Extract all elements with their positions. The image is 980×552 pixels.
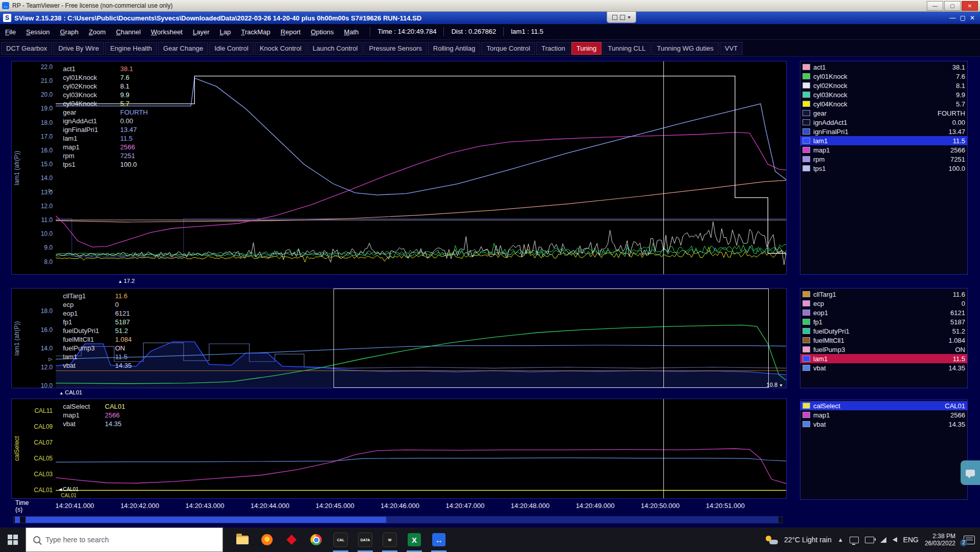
clock[interactable]: 2:38 PM 26/03/2022 <box>925 533 955 547</box>
top-plot[interactable]: act138.1cyl01Knock7.6cyl02Knock8.1cyl03K… <box>56 61 786 274</box>
tab-knock-control[interactable]: Knock Control <box>255 42 307 55</box>
menu-item-channel[interactable]: Channel <box>111 26 146 38</box>
scrollbar-thumb[interactable] <box>26 517 387 523</box>
channel-row-act1[interactable]: act138.1 <box>800 62 967 72</box>
channel-row-rpm[interactable]: rpm7251 <box>800 154 967 164</box>
menu-item-math[interactable]: Math <box>339 26 364 38</box>
channel-row-cyl01Knock[interactable]: cyl01Knock7.6 <box>800 72 967 81</box>
tab-idle-control[interactable]: Idle Control <box>209 42 253 55</box>
legend-channel-name: fuelMltCll1 <box>63 335 115 344</box>
teamviewer-chat-button[interactable] <box>961 460 980 485</box>
channel-row-calSelect[interactable]: calSelectCAL01 <box>800 401 967 410</box>
tab-engine-health[interactable]: Engine Health <box>105 42 157 55</box>
window-restore-icon[interactable]: ▢ <box>960 14 966 21</box>
bottom-plot[interactable]: calSelectCAL01map12566vbat14.35 ◄CAL01 C… <box>56 399 786 498</box>
channel-row-ecp[interactable]: ecp0 <box>800 299 967 308</box>
channel-row-tps1[interactable]: tps1100.0 <box>800 164 967 173</box>
taskbar-app-orange[interactable] <box>255 527 279 552</box>
legend-row-cyl03Knock: cyl03Knock9.9 <box>63 91 148 99</box>
channel-row-gear[interactable]: gearFOURTH <box>800 108 967 118</box>
tab-tunning-cll[interactable]: Tunning CLL <box>603 42 651 55</box>
taskbar-app-wols[interactable]: W <box>377 527 402 552</box>
channel-row-cyl03Knock[interactable]: cyl03Knock9.9 <box>800 90 967 99</box>
monitor-icon[interactable] <box>850 537 859 543</box>
tab-rolling-antilag[interactable]: Rolling Antilag <box>428 42 480 55</box>
menu-item-graph[interactable]: Graph <box>55 26 83 38</box>
menu-item-layer[interactable]: Layer <box>188 26 215 38</box>
window-minimize-icon[interactable]: — <box>950 14 956 21</box>
menu-item-trackmap[interactable]: TrackMap <box>236 26 275 38</box>
menu-item-session[interactable]: Session <box>21 26 55 38</box>
zoom-selection-box[interactable] <box>333 289 769 388</box>
tab-launch-control[interactable]: Launch Control <box>307 42 363 55</box>
taskbar: Type here to search CALDATAWX↔ 22°C Ligh… <box>0 527 980 552</box>
language-indicator[interactable]: ENG <box>903 536 919 544</box>
tab-tuning[interactable]: Tuning <box>571 42 602 55</box>
channel-row-map1[interactable]: map12566 <box>800 145 967 154</box>
channel-row-fuelDutyPri1[interactable]: fuelDutyPri151.2 <box>800 326 967 336</box>
channel-row-ignAddAct1[interactable]: ignAddAct10.00 <box>800 118 967 127</box>
channel-row-cllTarg1[interactable]: cllTarg111.6 <box>800 290 967 299</box>
channel-row-fp1[interactable]: fp15187 <box>800 317 967 326</box>
tab-dct-gearbox[interactable]: DCT Gearbox <box>1 42 52 55</box>
tab-vvt[interactable]: VVT <box>720 42 743 55</box>
top-chart-panel[interactable]: lam1 (afr(P)) 22.021.020.019.018.017.016… <box>11 61 787 275</box>
channel-color-swatch <box>803 412 810 418</box>
battery-icon[interactable] <box>865 537 874 543</box>
menu-item-worksheet[interactable]: Worksheet <box>146 26 188 38</box>
window-close-icon[interactable]: ✕ <box>970 14 975 21</box>
legend-channel-value: 6121 <box>115 310 130 317</box>
channel-row-fuelPump3[interactable]: fuelPump3ON <box>800 345 967 354</box>
menu-item-zoom[interactable]: Zoom <box>83 26 110 38</box>
series-tps1 <box>56 76 786 254</box>
close-button[interactable]: ✕ <box>962 1 978 11</box>
tray-expand-icon[interactable]: ▲ <box>838 537 843 543</box>
tab-tunning-wg-duties[interactable]: Tunning WG duties <box>652 42 719 55</box>
maximize-button[interactable]: ▢ <box>944 1 961 11</box>
minimize-button[interactable]: — <box>927 1 943 11</box>
middle-plot[interactable]: cllTarg111.6ecp0eop16121fp15187fuelDutyP… <box>56 289 786 388</box>
tab-torque-control[interactable]: Torque Control <box>481 42 535 55</box>
tab-pressure-sensors[interactable]: Pressure Sensors <box>364 42 427 55</box>
menu-item-lap[interactable]: Lap <box>215 26 236 38</box>
channel-row-eop1[interactable]: eop16121 <box>800 308 967 317</box>
start-button[interactable] <box>0 527 26 552</box>
channel-row-vbat[interactable]: vbat14.35 <box>800 419 967 429</box>
network-icon[interactable] <box>880 537 886 543</box>
channel-row-cyl04Knock[interactable]: cyl04Knock5.7 <box>800 99 967 108</box>
notification-icon[interactable]: 2 <box>964 536 975 544</box>
triangle-up-icon: ▲ <box>59 391 63 395</box>
taskbar-app-cal[interactable]: CAL <box>328 527 353 552</box>
time-cursor[interactable] <box>663 289 664 388</box>
horizontal-scrollbar[interactable] <box>13 516 783 523</box>
menu-item-file[interactable]: File <box>0 26 21 38</box>
taskbar-app-data[interactable]: DATA <box>353 527 377 552</box>
tab-gear-change[interactable]: Gear Change <box>158 42 208 55</box>
channel-row-fuelMltCll1[interactable]: fuelMltCll11.084 <box>800 336 967 345</box>
channel-row-lam1[interactable]: lam111.5 <box>800 136 967 145</box>
channel-row-lam1[interactable]: lam111.5 <box>800 354 967 363</box>
taskbar-app-excel[interactable]: X <box>402 527 427 552</box>
y-axis-title-middle: lam1 (afr(P)) <box>12 289 22 388</box>
menu-item-options[interactable]: Options <box>306 26 339 38</box>
menu-item-report[interactable]: Report <box>276 26 306 38</box>
channel-row-vbat[interactable]: vbat14.35 <box>800 363 967 372</box>
taskbar-app-folder[interactable] <box>230 527 255 552</box>
taskbar-app-teamviewer[interactable]: ↔ <box>427 527 451 552</box>
taskbar-app-mitsubishi[interactable] <box>279 527 304 552</box>
tab-drive-by-wire[interactable]: Drive By Wire <box>53 42 104 55</box>
time-cursor[interactable] <box>663 61 664 274</box>
teamviewer-session-widget[interactable]: ▾ <box>607 12 636 23</box>
weather-text[interactable]: 22°C Light rain <box>784 536 832 544</box>
taskbar-search[interactable]: Type here to search <box>26 527 223 552</box>
y-tick-label: 18.0 <box>41 119 53 126</box>
time-cursor[interactable] <box>663 399 664 498</box>
volume-icon[interactable] <box>893 537 897 542</box>
tab-traction[interactable]: Traction <box>536 42 570 55</box>
middle-chart-panel[interactable]: lam1 (afr(P)) 18.016.014.012.010.0 cllTa… <box>11 288 787 388</box>
channel-row-cyl02Knock[interactable]: cyl02Knock8.1 <box>800 81 967 90</box>
taskbar-app-chrome[interactable] <box>304 527 328 552</box>
bottom-chart-panel[interactable]: calSelect CAL11CAL09CAL07CAL05CAL03CAL01… <box>11 399 787 499</box>
channel-row-map1[interactable]: map12566 <box>800 410 967 419</box>
channel-row-ignFinalPri1[interactable]: ignFinalPri113.47 <box>800 127 967 136</box>
